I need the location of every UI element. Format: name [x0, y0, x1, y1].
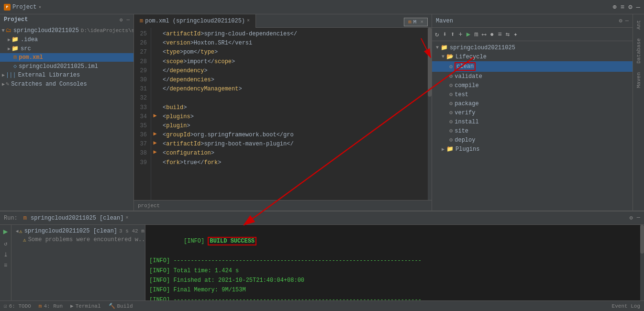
code-line-37: <artifactId>spring-boot-maven-plugin</ — [163, 140, 424, 149]
sidebar-item-scratches[interactable]: ▶ ✎ Scratches and Consoles — [0, 79, 133, 89]
settings-icon[interactable]: ⚙ — [628, 3, 632, 11]
maven-popup: m M × — [404, 18, 428, 26]
maven-minimize-icon[interactable]: — — [625, 18, 629, 24]
maven-star-icon[interactable]: ✦ — [512, 29, 518, 39]
maven-settings-icon[interactable]: ⚙ — [619, 17, 622, 24]
run-tree-warn[interactable]: ⚠ Some problems were encountered w... — [11, 235, 145, 244]
maven-validate-gear-icon: ⚙ — [449, 73, 453, 80]
maven-label-install: install — [455, 119, 478, 125]
tab-close-icon[interactable]: × — [247, 18, 250, 23]
right-tab-maven[interactable]: Maven — [634, 68, 644, 92]
run-tree-root[interactable]: ▼ ⚠ springcloud20211025 [clean] 3 s 42 m… — [11, 227, 145, 235]
maven-item-validate[interactable]: ⚙ validate — [432, 72, 633, 81]
gutter-line-32 — [152, 93, 158, 102]
sidebar-label-extlibs: External Libraries — [18, 72, 80, 78]
terminal-icon: ▶ — [70, 303, 74, 309]
sidebar-item-src[interactable]: ▶ 📁 src — [0, 44, 133, 53]
maven-list-icon[interactable]: ≡ — [497, 30, 502, 39]
project-title[interactable]: P Project ▾ — [4, 4, 41, 11]
status-run-label: 4: Run — [44, 303, 63, 309]
maven-item-compile[interactable]: ⚙ compile — [432, 81, 633, 90]
maven-refresh-icon[interactable]: ↻ — [434, 29, 440, 39]
run-console[interactable]: [INFO] BUILD SUCCESS [INFO] ------------… — [145, 225, 640, 300]
maven-item-clean[interactable]: ⚙ clean — [432, 61, 633, 72]
scratch-icon: ✎ — [6, 80, 9, 88]
code-line-34: <plugins> — [163, 112, 424, 122]
sidebar-gear-icon[interactable]: ⚙ — [120, 17, 123, 23]
maven-run-icon[interactable]: ▶ — [466, 29, 471, 39]
scrollbar-thumb[interactable] — [428, 28, 432, 97]
sidebar-minimize-icon[interactable]: — — [126, 17, 130, 22]
status-todo[interactable]: ☑ 6: TODO — [4, 303, 31, 309]
status-run[interactable]: m 4: Run — [39, 303, 63, 309]
maven-item-package[interactable]: ⚙ package — [432, 99, 633, 108]
console-scrollbar[interactable] — [640, 225, 644, 300]
code-line-29: </dependency> — [163, 67, 424, 76]
maven-item-deploy[interactable]: ⚙ deploy — [432, 135, 633, 144]
maven-site-gear-icon: ⚙ — [449, 127, 453, 134]
sidebar-header: Project ⚙ — — [0, 14, 133, 25]
sidebar-item-root[interactable]: ▶ 🗂 springcloud20211025 D:\ideaProjects\… — [0, 26, 133, 35]
right-tab-ant[interactable]: Ant — [634, 16, 644, 33]
maven-item-verify[interactable]: ⚙ verify — [432, 108, 633, 117]
maven-add-icon[interactable]: + — [457, 30, 463, 39]
maven-item-site[interactable]: ⚙ site — [432, 126, 633, 135]
maven-item-plugins[interactable]: ▶ 📁 Plugins — [432, 144, 633, 154]
editor-tab-pomxml[interactable]: m pom.xml (springcloud20211025) × — [134, 14, 256, 28]
code-area[interactable]: <artifactId>spring-cloud-dependencies</ … — [159, 28, 428, 200]
maven-item-lifecycle[interactable]: ▼ 📂 Lifecycle — [432, 52, 633, 61]
sidebar-item-pomxml[interactable]: m pom.xml — [0, 53, 133, 62]
line-num-31: 31 — [138, 85, 147, 94]
run-tab-close-icon[interactable]: × — [125, 215, 128, 221]
maven-popup-icon: m — [408, 19, 411, 25]
maven-m-icon[interactable]: m — [473, 30, 479, 39]
line-num-39: 39 — [138, 158, 147, 167]
maven-label-lifecycle: Lifecycle — [455, 54, 487, 60]
sidebar-label-root: springcloud20211025 — [13, 27, 79, 34]
line-num-27: 27 — [138, 48, 147, 57]
maven-popup-text: M — [413, 19, 417, 25]
maven-label-compile: compile — [455, 82, 478, 89]
run-tab-icon: m — [23, 215, 27, 222]
sidebar-item-iml[interactable]: ◇ springcloud20211025.iml — [0, 62, 133, 71]
run-scroll-icon[interactable]: ⤓ — [3, 251, 8, 258]
maven-item-test[interactable]: ⚙ test — [432, 90, 633, 99]
maven-lifecycle-arrow: ▼ — [442, 54, 444, 59]
status-eventlog[interactable]: Event Log — [612, 303, 640, 309]
maven-circle-icon[interactable]: ● — [489, 30, 495, 39]
maven-arrows-icon[interactable]: ⇆ — [505, 29, 511, 39]
right-tab-database[interactable]: Database — [634, 34, 644, 67]
run-play-icon[interactable]: ▶ — [3, 227, 8, 236]
add-module-icon[interactable]: ⊕ — [612, 3, 616, 11]
editor-scrollbar[interactable] — [428, 28, 432, 200]
settings-layout-icon[interactable]: ≡ — [621, 3, 624, 11]
gutter-line-25 — [152, 30, 158, 39]
run-tab-main[interactable]: springcloud20211025 [clean] × — [31, 215, 128, 222]
console-scrollbar-thumb[interactable] — [640, 225, 644, 254]
maven-label-validate: validate — [455, 73, 482, 80]
maven-toggle-icon[interactable]: ⟷ — [481, 29, 487, 39]
line-num-28: 28 — [138, 57, 147, 67]
line-num-33: 33 — [138, 103, 147, 112]
run-filter-icon[interactable]: ≡ — [4, 262, 7, 269]
popup-close-icon[interactable]: × — [420, 19, 423, 25]
sidebar-label-idea: .idea — [21, 36, 38, 43]
maven-item-root[interactable]: ▼ 📁 springcloud20211025 — [432, 43, 633, 52]
status-terminal[interactable]: ▶ Terminal — [70, 303, 100, 309]
run-settings-icon[interactable]: ⚙ — [630, 214, 633, 222]
run-rerun-icon[interactable]: ↺ — [4, 240, 7, 247]
status-build[interactable]: 🔨 Build — [109, 303, 133, 309]
maven-label-package: package — [455, 100, 478, 107]
gutter-line-35 — [152, 121, 158, 130]
minimize-icon[interactable]: — — [636, 3, 640, 11]
sidebar-path: D:\ideaProjects\springclo... — [81, 28, 133, 33]
line-num-25: 25 — [138, 30, 147, 39]
gutter-line-34: ▶ — [152, 111, 158, 121]
maven-upload-icon[interactable]: ⬆ — [450, 29, 455, 39]
sidebar-item-idea[interactable]: ▶ 📁 .idea — [0, 35, 133, 44]
run-minimize-icon[interactable]: — — [637, 214, 640, 222]
maven-item-install[interactable]: ⚙ install — [432, 117, 633, 126]
expand-icon-idea: ▶ — [8, 37, 11, 43]
sidebar-item-extlibs[interactable]: ▶ ||| External Libraries — [0, 71, 133, 79]
maven-download-icon[interactable]: ⬇ — [442, 29, 447, 39]
